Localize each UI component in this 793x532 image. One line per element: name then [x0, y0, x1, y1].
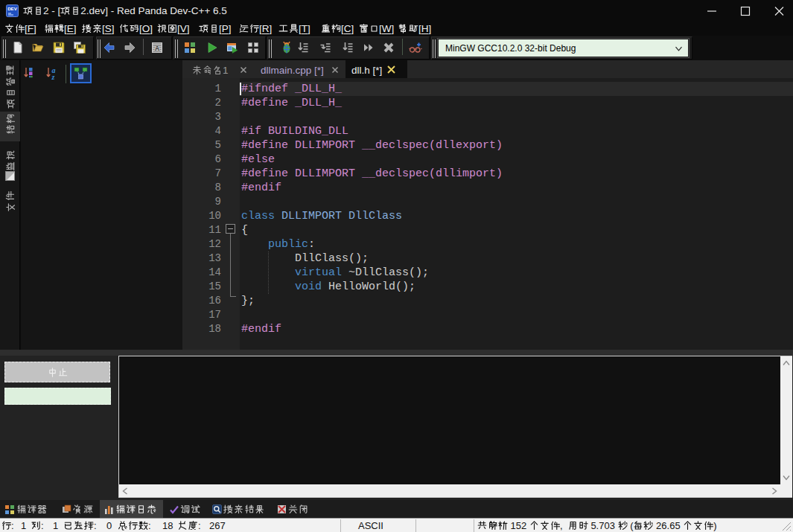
svg-text:z: z	[51, 73, 55, 80]
svg-text:A: A	[155, 45, 159, 52]
svg-text:DEV: DEV	[7, 6, 18, 11]
